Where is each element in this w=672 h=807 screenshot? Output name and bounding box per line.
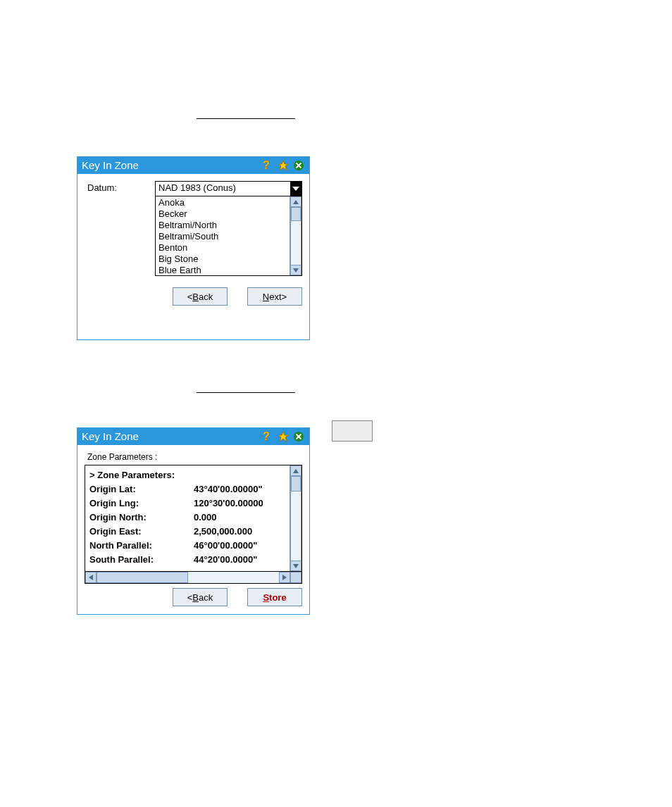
dialog-title: Key In Zone — [82, 157, 139, 174]
datum-label: Datum: — [87, 181, 155, 196]
list-item[interactable]: Beltrami/South — [158, 231, 287, 242]
svg-marker-12 — [282, 575, 287, 580]
svg-marker-7 — [278, 432, 288, 442]
zone-listbox[interactable]: Anoka Becker Beltrami/North Beltrami/Sou… — [155, 196, 302, 276]
scrollbar-thumb[interactable] — [291, 207, 301, 221]
help-icon[interactable]: ? — [261, 430, 274, 443]
list-item[interactable]: Benton — [158, 242, 287, 254]
help-icon[interactable]: ? — [261, 159, 274, 172]
back-button[interactable]: < Back — [173, 588, 228, 606]
list-item[interactable]: Big Stone — [158, 254, 287, 265]
title-bar: Key In Zone ? — [77, 428, 309, 445]
list-item[interactable]: Beltrami/North — [158, 220, 287, 231]
star-icon[interactable] — [277, 159, 290, 172]
star-icon[interactable] — [277, 430, 290, 443]
panel-hscrollbar[interactable] — [85, 572, 302, 584]
param-row: Origin East:2,500,000.000 — [89, 525, 290, 539]
dialog-title: Key In Zone — [82, 428, 139, 445]
rule-2 — [197, 392, 295, 393]
scroll-right-icon[interactable] — [279, 572, 290, 583]
scroll-up-icon[interactable] — [290, 196, 301, 207]
hscrollbar-thumb[interactable] — [97, 572, 188, 583]
param-row: Origin Lat:43°40'00.00000" — [89, 482, 290, 496]
scroll-left-icon[interactable] — [85, 572, 97, 583]
datum-value: NAD 1983 (Conus) — [156, 182, 290, 196]
svg-marker-1 — [278, 161, 288, 170]
param-row: South Parallel:44°20'00.0000" — [89, 553, 290, 567]
svg-marker-4 — [293, 200, 299, 204]
dropdown-arrow-icon[interactable] — [290, 182, 301, 196]
svg-marker-11 — [89, 575, 93, 580]
svg-marker-3 — [292, 187, 299, 191]
scrollbar-corner — [290, 572, 301, 583]
svg-marker-5 — [293, 268, 299, 273]
scroll-down-icon[interactable] — [290, 561, 301, 571]
svg-text:?: ? — [263, 431, 270, 442]
dialog-keyin-zone-1: Key In Zone ? Datum: NAD 1983 (Conus) — [77, 156, 310, 340]
listbox-scrollbar[interactable] — [290, 196, 301, 275]
title-bar: Key In Zone ? — [77, 157, 309, 174]
close-icon[interactable] — [292, 430, 305, 443]
scrollbar-thumb[interactable] — [291, 476, 301, 492]
store-button[interactable]: Store — [247, 588, 302, 606]
param-row: North Parallel:46°00'00.0000" — [89, 539, 290, 553]
scroll-down-icon[interactable] — [290, 265, 301, 275]
scrollbar-track[interactable] — [290, 207, 301, 265]
back-button[interactable]: < Back — [173, 287, 228, 306]
floating-button[interactable] — [332, 420, 373, 442]
svg-marker-9 — [293, 469, 299, 473]
zone-parameters-panel: > Zone Parameters: Origin Lat:43°40'00.0… — [85, 465, 302, 572]
param-row: Origin North:0.000 — [89, 511, 290, 525]
zone-parameters-label: Zone Parameters : — [85, 449, 302, 465]
dialog-keyin-zone-2: Key In Zone ? Zone Parameters : > Zone P… — [77, 427, 310, 615]
svg-marker-10 — [293, 564, 299, 568]
scroll-up-icon[interactable] — [290, 465, 301, 476]
datum-dropdown[interactable]: NAD 1983 (Conus) — [155, 181, 302, 196]
panel-header: > Zone Parameters: — [89, 468, 290, 482]
param-row: Origin Lng:120°30'00.00000 — [89, 496, 290, 511]
close-icon[interactable] — [292, 159, 305, 172]
rule-1 — [197, 118, 295, 119]
list-item[interactable]: Blue Earth — [158, 265, 287, 276]
svg-text:?: ? — [263, 160, 270, 171]
panel-vscrollbar[interactable] — [290, 465, 301, 571]
scrollbar-track[interactable] — [290, 476, 301, 561]
list-item[interactable]: Anoka — [158, 197, 287, 208]
list-item[interactable]: Becker — [158, 208, 287, 220]
hscrollbar-track[interactable] — [97, 572, 279, 583]
next-button[interactable]: Next > — [247, 287, 302, 306]
